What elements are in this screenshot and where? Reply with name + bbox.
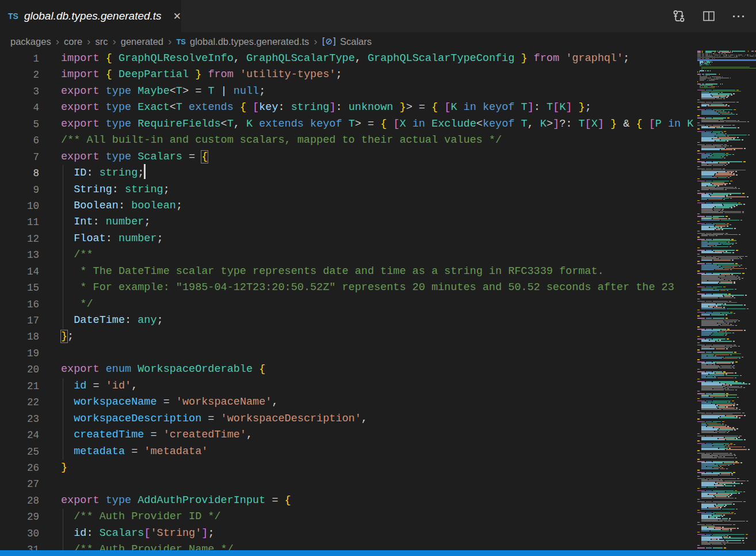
code-text: /** — [61, 247, 93, 263]
line-number[interactable]: 1 — [0, 51, 39, 67]
line-number[interactable]: 13 — [0, 247, 39, 263]
code-line[interactable]: 24 createdTime = 'createdTime', — [0, 427, 695, 443]
status-bar[interactable] — [0, 550, 756, 556]
code-line[interactable]: 25 metadata = 'metadata' — [0, 444, 695, 460]
line-number[interactable]: 18 — [0, 329, 39, 345]
code-line[interactable]: 10 Boolean: boolean; — [0, 198, 695, 214]
line-number[interactable]: 5 — [0, 116, 39, 132]
breadcrumb-item-filename[interactable]: global.db.types.generated.ts — [190, 36, 309, 47]
code-line[interactable]: 1import { GraphQLResolveInfo, GraphQLSca… — [0, 51, 695, 67]
code-line[interactable]: 30 id: Scalars['String']; — [0, 525, 695, 542]
chevron-right-icon: › — [112, 35, 116, 48]
code-editor[interactable]: 1import { GraphQLResolveInfo, GraphQLSca… — [0, 51, 695, 550]
code-line[interactable]: 28export type AddAuthProviderInput = { — [0, 493, 695, 509]
code-line[interactable]: 16 */ — [0, 296, 695, 313]
code-text: /** Auth Provider ID */ — [61, 509, 221, 525]
vscode-window: TS global.db.types.generated.ts ✕ — [0, 0, 756, 556]
code-line[interactable]: 23 workspaceDescription = 'workspaceDesc… — [0, 411, 695, 427]
indent-guide — [63, 444, 63, 460]
line-number[interactable]: 28 — [0, 493, 39, 509]
code-line[interactable]: 5export type RequireFields<T, K extends … — [0, 116, 695, 132]
code-text: }; — [61, 329, 74, 345]
compare-changes-icon — [672, 9, 686, 23]
more-actions-button[interactable]: ⋯ — [732, 9, 746, 23]
line-number[interactable]: 7 — [0, 149, 39, 165]
code-line[interactable]: 6/** All built-in and custom scalars, ma… — [0, 132, 695, 148]
code-text: } — [61, 460, 67, 476]
line-number[interactable]: 16 — [0, 296, 39, 313]
minimap[interactable] — [697, 51, 756, 550]
breadcrumb-item-core[interactable]: core — [64, 36, 82, 47]
line-number[interactable]: 22 — [0, 394, 39, 410]
line-number[interactable]: 27 — [0, 476, 39, 492]
indent-guide — [63, 264, 63, 280]
line-number[interactable]: 10 — [0, 198, 39, 214]
code-line[interactable]: 7export type Scalars = { — [0, 149, 695, 165]
code-line[interactable]: 29 /** Auth Provider ID */ — [0, 509, 695, 525]
open-changes-button[interactable] — [672, 9, 686, 23]
indent-guide — [63, 182, 63, 198]
line-number[interactable]: 29 — [0, 509, 39, 525]
breadcrumb-item-packages[interactable]: packages — [10, 36, 51, 47]
line-number[interactable]: 15 — [0, 280, 39, 296]
code-line[interactable]: 15 * For example: "1985-04-12T23:20:50.5… — [0, 280, 695, 296]
code-line[interactable]: 17 DateTime: any; — [0, 313, 695, 329]
code-line[interactable]: 21 id = 'id', — [0, 378, 695, 394]
line-number[interactable]: 20 — [0, 361, 39, 378]
indent-guide — [63, 411, 63, 427]
code-text: id = 'id', — [61, 378, 138, 394]
line-number[interactable]: 14 — [0, 264, 39, 280]
line-number[interactable]: 9 — [0, 182, 39, 198]
code-line[interactable]: 14 * The DateTime scalar type represents… — [0, 264, 695, 280]
line-number[interactable]: 30 — [0, 525, 39, 542]
code-text: workspaceName = 'workspaceName', — [61, 394, 278, 410]
breadcrumb-item-generated[interactable]: generated — [121, 36, 163, 47]
line-number[interactable]: 25 — [0, 444, 39, 460]
code-line[interactable]: 4export type Exact<T extends { [key: str… — [0, 100, 695, 116]
code-text: * For example: "1985-04-12T23:20:50.52Z"… — [61, 280, 674, 296]
code-line[interactable]: 18}; — [0, 329, 695, 345]
line-number[interactable]: 23 — [0, 411, 39, 427]
line-number[interactable]: 21 — [0, 378, 39, 394]
code-line[interactable]: 11 Int: number; — [0, 214, 695, 230]
line-number[interactable]: 26 — [0, 460, 39, 476]
line-number[interactable]: 12 — [0, 231, 39, 247]
split-editor-button[interactable] — [702, 9, 716, 23]
code-line[interactable]: 9 String: string; — [0, 182, 695, 198]
code-line[interactable]: 12 Float: number; — [0, 231, 695, 247]
code-line[interactable]: 19 — [0, 345, 695, 361]
line-number[interactable]: 4 — [0, 100, 39, 116]
line-number[interactable]: 3 — [0, 83, 39, 100]
code-text: export type Scalars = { — [61, 149, 208, 165]
breadcrumb-item-src[interactable]: src — [95, 36, 108, 47]
tab-label: global.db.types.generated.ts — [24, 10, 162, 22]
code-line[interactable]: 27 — [0, 476, 695, 492]
breadcrumb-item-symbol-scalars[interactable]: Scalars — [340, 36, 372, 47]
code-line[interactable]: 3export type Maybe<T> = T | null; — [0, 83, 695, 100]
code-text: import { GraphQLResolveInfo, GraphQLScal… — [61, 51, 629, 67]
line-number[interactable]: 19 — [0, 345, 39, 361]
code-line[interactable]: 8 ID: string; — [0, 165, 695, 181]
code-text: DateTime: any; — [61, 313, 163, 329]
line-number[interactable]: 24 — [0, 427, 39, 443]
tab-global-db-types-generated-ts[interactable]: TS global.db.types.generated.ts ✕ — [0, 0, 181, 32]
code-text: export type Maybe<T> = T | null; — [61, 83, 265, 100]
line-number[interactable]: 6 — [0, 132, 39, 148]
code-text: createdTime = 'createdTime', — [61, 427, 253, 443]
code-line[interactable]: 22 workspaceName = 'workspaceName', — [0, 394, 695, 410]
code-line[interactable]: 31 /** Auth Provider Name */ — [0, 542, 695, 550]
line-number[interactable]: 17 — [0, 313, 39, 329]
code-text: /** Auth Provider Name */ — [61, 542, 234, 550]
close-tab-icon[interactable]: ✕ — [173, 12, 181, 21]
line-number[interactable]: 8 — [0, 165, 39, 181]
line-number[interactable]: 31 — [0, 542, 39, 550]
code-line[interactable]: 26} — [0, 460, 695, 476]
code-line[interactable]: 13 /** — [0, 247, 695, 263]
code-line[interactable]: 20export enum WorkspaceOrderable { — [0, 361, 695, 378]
code-line[interactable]: 2import { DeepPartial } from 'utility-ty… — [0, 67, 695, 83]
code-text: String: string; — [61, 182, 170, 198]
code-text: export enum WorkspaceOrderable { — [61, 361, 265, 378]
code-text: export type RequireFields<T, K extends k… — [61, 116, 693, 132]
line-number[interactable]: 11 — [0, 214, 39, 230]
line-number[interactable]: 2 — [0, 67, 39, 83]
